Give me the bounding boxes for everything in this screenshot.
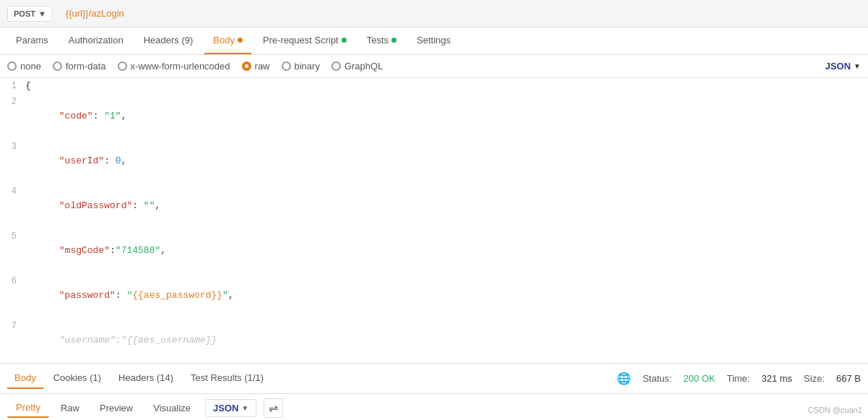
tab-authorization[interactable]: Authorization (60, 27, 132, 54)
line-num-3: 3 (0, 140, 25, 154)
type-graphql-radio (331, 61, 341, 71)
code-line-5: 5 "msgCode":"714588", (0, 228, 868, 273)
tab-body-label: Body (213, 35, 235, 46)
resp-status: 🌐 Status: 200 OK Time: 321 ms Size: 667 … (617, 372, 861, 385)
tab-prerequest-label: Pre-request Script (263, 35, 339, 46)
tests-dot (391, 38, 396, 43)
line-content-6: "password": "{{aes_password}}", (25, 274, 868, 317)
resp-time-value: 321 ms (761, 373, 792, 384)
json-selector-label: JSON (825, 61, 851, 72)
resp-tab-testresults[interactable]: Test Results (1/1) (183, 368, 271, 389)
json-chevron: ▼ (854, 62, 861, 70)
fmt-tab-preview[interactable]: Preview (91, 399, 142, 417)
resp-tab-headers[interactable]: Headers (14) (111, 368, 181, 389)
resp-size-label: Size: (804, 373, 825, 384)
tab-headers[interactable]: Headers (9) (135, 27, 202, 54)
code-line-7: 7 "username":"{{aes_username}} (0, 318, 868, 363)
resp-tab-testresults-label: Test Results (1/1) (191, 372, 264, 383)
line-num-4: 4 (0, 184, 25, 199)
line-content-5: "msgCode":"714588", (25, 229, 868, 273)
tab-params[interactable]: Params (7, 27, 57, 54)
type-formdata[interactable]: form-data (53, 61, 106, 72)
type-graphql[interactable]: GraphQL (331, 61, 383, 72)
line-num-7: 7 (0, 319, 25, 333)
globe-icon: 🌐 (617, 372, 631, 385)
wrap-icon[interactable]: ⇌ (264, 398, 283, 418)
resp-tab-cookies-label: Cookies (1) (53, 372, 101, 383)
fmt-tab-visualize[interactable]: Visualize (144, 399, 199, 417)
tab-settings[interactable]: Settings (408, 27, 459, 54)
top-bar: POST ▼ (0, 0, 868, 27)
fmt-tab-raw[interactable]: Raw (52, 399, 88, 417)
tab-prerequest[interactable]: Pre-request Script (254, 27, 355, 54)
resp-json-selector[interactable]: JSON ▼ (205, 399, 256, 417)
json-selector[interactable]: JSON ▼ (825, 61, 861, 72)
code-line-2: 2 "code": "1", (0, 94, 868, 139)
type-none-radio (7, 61, 17, 71)
line-content-3: "userId": 0, (25, 140, 868, 183)
body-types: none form-data x-www-form-urlencoded raw… (0, 55, 868, 78)
line-content-4: "oldPassword": "", (25, 184, 868, 228)
resp-status-value: 200 OK (683, 373, 715, 384)
tab-params-label: Params (16, 35, 48, 46)
line-num-5: 5 (0, 229, 25, 244)
wrap-icon-symbol: ⇌ (269, 402, 278, 414)
tab-headers-label: Headers (9) (144, 35, 194, 46)
prerequest-dot (342, 38, 347, 43)
type-urlencoded-label: x-www-form-urlencoded (131, 61, 230, 72)
resp-tab-headers-label: Headers (14) (118, 372, 173, 383)
resp-size-value: 667 B (836, 373, 861, 384)
tab-tests-label: Tests (367, 35, 389, 46)
type-formdata-label: form-data (66, 61, 106, 72)
type-raw-label: raw (255, 61, 270, 72)
type-binary-label: binary (295, 61, 320, 72)
type-graphql-label: GraphQL (344, 61, 383, 72)
tab-authorization-label: Authorization (69, 35, 123, 46)
resp-tab-body-label: Body (14, 372, 36, 383)
line-content-2: "code": "1", (25, 95, 868, 138)
line-num-2: 2 (0, 95, 25, 109)
line-content-1: { (25, 79, 868, 93)
type-raw-radio (242, 61, 251, 71)
fmt-tab-visualize-label: Visualize (153, 403, 191, 413)
tab-settings-label: Settings (417, 35, 451, 46)
type-urlencoded[interactable]: x-www-form-urlencoded (118, 61, 230, 72)
method-selector[interactable]: POST ▼ (7, 6, 53, 22)
resp-json-label: JSON (213, 403, 238, 413)
type-binary-radio (282, 61, 291, 71)
resp-tab-body[interactable]: Body (7, 368, 43, 389)
resp-tab-cookies[interactable]: Cookies (1) (46, 368, 108, 389)
code-line-1: 1 { (0, 78, 868, 94)
code-line-6: 6 "password": "{{aes_password}}", (0, 273, 868, 318)
resp-status-label: Status: (643, 373, 672, 384)
fmt-tab-raw-label: Raw (61, 403, 79, 413)
watermark: CSDN @cuan1 (808, 406, 862, 414)
type-raw[interactable]: raw (242, 61, 270, 72)
resp-time-label: Time: (726, 373, 750, 384)
method-chevron: ▼ (38, 9, 46, 18)
line-num-6: 6 (0, 274, 25, 288)
type-none-label: none (20, 61, 41, 72)
request-body-editor[interactable]: 1 { 2 "code": "1", 3 "userId": 0, 4 "old… (0, 78, 868, 364)
format-tabs: Pretty Raw Preview Visualize JSON ▼ ⇌ (0, 394, 868, 420)
body-dot (238, 38, 243, 43)
code-line-4: 4 "oldPassword": "", (0, 184, 868, 228)
resp-json-chevron: ▼ (241, 404, 248, 412)
fmt-tab-pretty[interactable]: Pretty (7, 398, 49, 418)
type-formdata-radio (53, 61, 62, 71)
type-none[interactable]: none (7, 61, 41, 72)
type-urlencoded-radio (118, 61, 127, 71)
nav-tabs: Params Authorization Headers (9) Body Pr… (0, 27, 868, 55)
line-num-1: 1 (0, 79, 25, 93)
fmt-tab-pretty-label: Pretty (16, 402, 40, 413)
tab-tests[interactable]: Tests (358, 27, 405, 54)
url-input[interactable] (58, 4, 861, 22)
code-line-3: 3 "userId": 0, (0, 139, 868, 184)
tab-body[interactable]: Body (204, 27, 251, 54)
method-label: POST (14, 9, 35, 18)
response-tabs: Body Cookies (1) Headers (14) Test Resul… (0, 364, 868, 394)
line-content-7: "username":"{{aes_username}} (25, 319, 868, 362)
type-binary[interactable]: binary (282, 61, 320, 72)
fmt-tab-preview-label: Preview (100, 403, 133, 413)
watermark-text: CSDN @cuan1 (808, 406, 862, 414)
